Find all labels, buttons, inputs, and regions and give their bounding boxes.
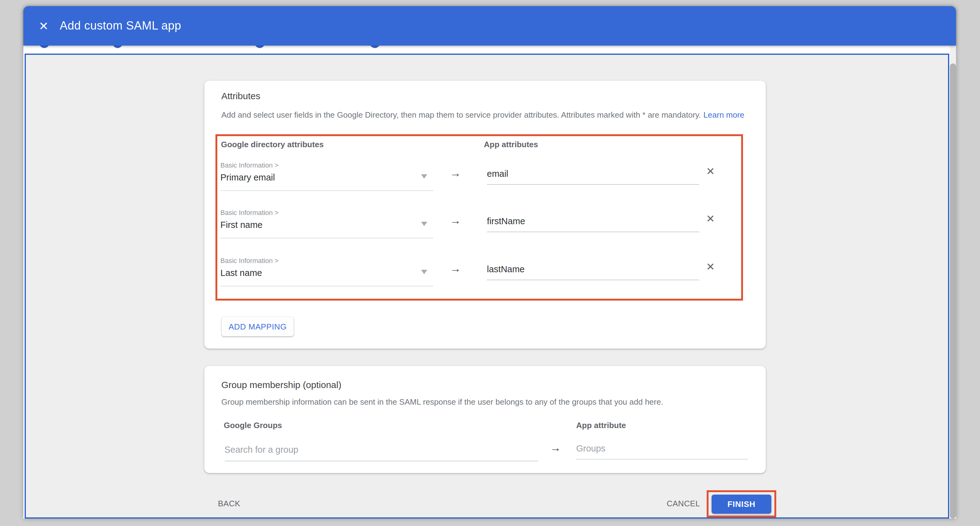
- group-app-attribute-header: App attribute: [576, 421, 626, 430]
- mapping-row: Basic Information > Primary email → ✕: [217, 161, 741, 196]
- delete-mapping-icon[interactable]: ✕: [706, 214, 715, 224]
- mapping-row: Basic Information > Last name → ✕: [217, 256, 741, 292]
- dropdown-caret-icon: [421, 174, 427, 179]
- add-mapping-button[interactable]: ADD MAPPING: [222, 317, 294, 336]
- group-mapping-arrow-icon: →: [548, 442, 563, 454]
- mapping-arrow-icon: →: [445, 167, 466, 180]
- directory-attribute-select[interactable]: Basic Information > Last name: [220, 256, 433, 286]
- dialog-header: ✕ Add custom SAML app: [23, 6, 956, 46]
- delete-mapping-icon[interactable]: ✕: [706, 262, 715, 272]
- group-membership-description: Group membership information can be sent…: [221, 397, 751, 406]
- attributes-description: Add and select user fields in the Google…: [221, 110, 751, 120]
- attributes-title: Attributes: [221, 91, 260, 101]
- finish-annotation-box: FINISH: [707, 490, 776, 517]
- directory-attribute-select[interactable]: Basic Information > First name: [220, 208, 433, 238]
- dialog-title: Add custom SAML app: [60, 6, 181, 46]
- mapping-arrow-icon: →: [445, 262, 466, 275]
- group-app-attribute-input[interactable]: [576, 437, 748, 459]
- cancel-button[interactable]: CANCEL: [667, 499, 700, 508]
- directory-field-value: First name: [220, 220, 433, 230]
- directory-category-label: Basic Information >: [220, 256, 433, 265]
- group-membership-title: Group membership (optional): [221, 379, 341, 390]
- dropdown-caret-icon: [421, 222, 427, 226]
- app-attribute-input[interactable]: [487, 258, 699, 280]
- app-attributes-header: App attributes: [484, 140, 538, 149]
- attributes-description-text: Add and select user fields in the Google…: [221, 110, 701, 120]
- scrollbar-thumb[interactable]: [950, 64, 956, 519]
- mapping-arrow-icon: →: [445, 214, 466, 227]
- directory-attribute-select[interactable]: Basic Information > Primary email: [220, 161, 433, 191]
- directory-field-value: Last name: [220, 268, 433, 278]
- attributes-annotation-box: Google directory attributes App attribut…: [215, 134, 743, 301]
- group-search-input[interactable]: [224, 438, 538, 461]
- directory-category-label: Basic Information >: [220, 161, 433, 169]
- back-button[interactable]: BACK: [218, 499, 240, 508]
- dropdown-caret-icon: [421, 270, 427, 274]
- app-attribute-input[interactable]: [487, 210, 699, 232]
- attributes-card: Attributes Add and select user fields in…: [204, 81, 765, 349]
- group-membership-card: Group membership (optional) Group member…: [204, 366, 765, 473]
- screen: ✕ Add custom SAML app Attributes Add and…: [0, 0, 980, 526]
- google-groups-header: Google Groups: [224, 421, 282, 430]
- delete-mapping-icon[interactable]: ✕: [706, 166, 715, 177]
- directory-category-label: Basic Information >: [220, 208, 433, 217]
- scrollbar[interactable]: [950, 46, 956, 519]
- app-attribute-input[interactable]: [487, 163, 699, 185]
- directory-attributes-header: Google directory attributes: [221, 140, 324, 149]
- finish-button[interactable]: FINISH: [712, 494, 771, 513]
- group-membership-description-text: Group membership information can be sent…: [221, 397, 663, 406]
- learn-more-link[interactable]: Learn more: [703, 110, 744, 120]
- close-icon[interactable]: ✕: [35, 6, 53, 46]
- mapping-row: Basic Information > First name → ✕: [217, 208, 741, 244]
- directory-field-value: Primary email: [220, 172, 433, 182]
